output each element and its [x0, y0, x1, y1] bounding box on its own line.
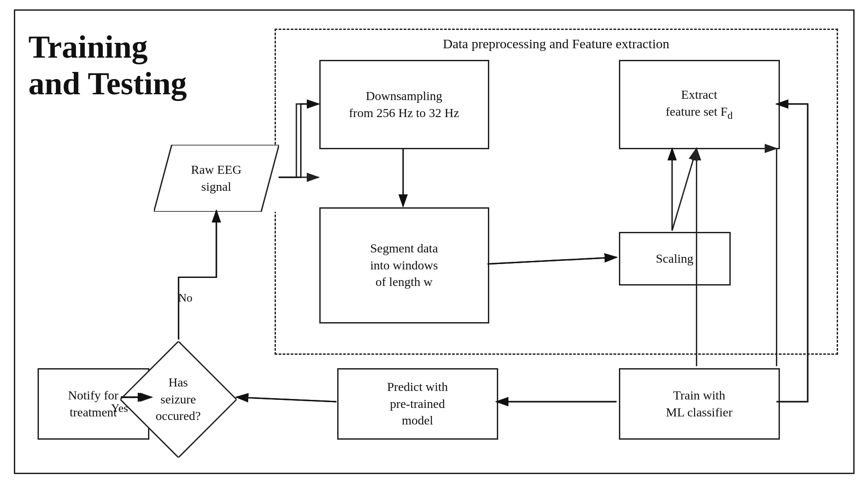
title-line2: and Testing [29, 66, 187, 101]
train-box: Train withML classifier [619, 368, 780, 440]
scaling-box: Scaling [619, 232, 731, 286]
title-line1: Training [29, 29, 148, 65]
downsample-box: Downsamplingfrom 256 Hz to 32 Hz [319, 60, 489, 149]
segment-box: Segment datainto windowsof length w [319, 207, 489, 323]
diagram-container: Training and Testing Data preprocessing … [14, 9, 855, 474]
scaling-label: Scaling [656, 250, 694, 267]
raw-eeg-shape: Raw EEGsignal [154, 145, 279, 212]
seizure-diamond: Hasseizureoccured? [120, 341, 237, 458]
label-yes: Yes [111, 402, 128, 415]
raw-eeg-label: Raw EEGsignal [191, 161, 241, 195]
extract-box: Extractfeature set Fd [619, 60, 780, 149]
svg-line-19 [236, 397, 336, 401]
downsample-label: Downsamplingfrom 256 Hz to 32 Hz [349, 88, 459, 122]
predict-label: Predict withpre-trainedmodel [387, 378, 448, 429]
label-no: No [178, 291, 193, 305]
svg-line-9 [236, 397, 336, 401]
title: Training and Testing [29, 29, 187, 103]
seizure-label: Hasseizureoccured? [156, 374, 201, 424]
extract-label: Extractfeature set Fd [665, 86, 733, 122]
segment-label: Segment datainto windowsof length w [370, 240, 438, 290]
predict-box: Predict withpre-trainedmodel [337, 368, 498, 440]
train-label: Train withML classifier [666, 387, 733, 421]
preprocess-label: Data preprocessing and Feature extractio… [439, 36, 673, 51]
